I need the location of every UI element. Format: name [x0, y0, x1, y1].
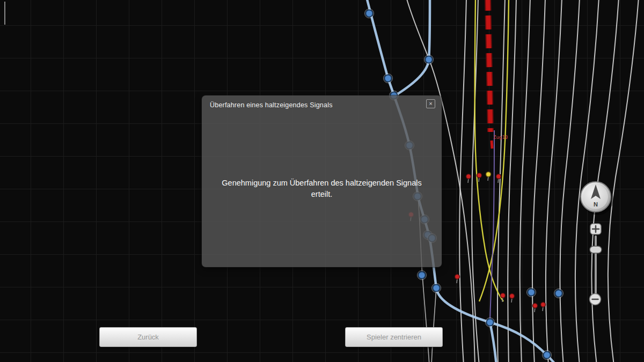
- signal-head: [477, 173, 482, 178]
- signal-red[interactable]: [501, 293, 506, 302]
- signal-head: [541, 302, 546, 307]
- track-line: [608, 0, 639, 362]
- close-icon: ×: [429, 100, 432, 107]
- compass-north-label: N: [594, 201, 598, 208]
- signal-head: [496, 174, 501, 179]
- switch-node[interactable]: [555, 290, 562, 297]
- train-cars: [488, 0, 491, 132]
- dialog-title: Überfahren eines haltzeigendes Signals: [210, 101, 333, 109]
- selected-route-line: [490, 322, 496, 362]
- switch-node[interactable]: [487, 319, 494, 326]
- track-line: [575, 0, 599, 362]
- signal-head: [533, 304, 538, 308]
- signal-red[interactable]: [533, 304, 538, 313]
- track-line: [560, 0, 580, 362]
- center-player-button[interactable]: Spieler zentrieren: [345, 327, 443, 347]
- switch-node[interactable]: [385, 75, 392, 82]
- train-label: Zug10: [493, 135, 508, 140]
- dialog-signal-pass: Überfahren eines haltzeigendes Signals ×…: [202, 95, 442, 267]
- signal-red[interactable]: [466, 174, 471, 183]
- zoom-slider-handle[interactable]: [590, 246, 602, 253]
- signal-red[interactable]: [455, 275, 460, 284]
- switch-node[interactable]: [528, 289, 535, 296]
- signal-red[interactable]: [541, 302, 546, 312]
- signal-head: [501, 293, 506, 298]
- compass[interactable]: N: [581, 182, 613, 215]
- switch-node[interactable]: [426, 56, 433, 63]
- switch-node[interactable]: [544, 352, 551, 359]
- signal-red[interactable]: [510, 294, 515, 303]
- signal-head: [510, 294, 515, 299]
- signal-head: [455, 275, 460, 279]
- signal-head: [466, 174, 471, 179]
- dialog-message: Genehmigung zum Überfahren des haltzeige…: [218, 178, 426, 200]
- dialog-close-button[interactable]: ×: [426, 99, 435, 108]
- track-line: [520, 0, 530, 362]
- signal-yellow[interactable]: [486, 172, 491, 181]
- track-line: [459, 0, 466, 362]
- back-button[interactable]: Zurück: [99, 327, 197, 347]
- switch-node[interactable]: [366, 10, 373, 17]
- track-line: [546, 0, 562, 362]
- switch-node[interactable]: [419, 272, 426, 279]
- signal-head: [486, 172, 491, 177]
- track-line: [431, 288, 436, 362]
- switch-node[interactable]: [433, 285, 440, 292]
- track-line: [508, 0, 516, 362]
- train-head-segment: [492, 141, 492, 149]
- track-line-purple: [490, 130, 494, 322]
